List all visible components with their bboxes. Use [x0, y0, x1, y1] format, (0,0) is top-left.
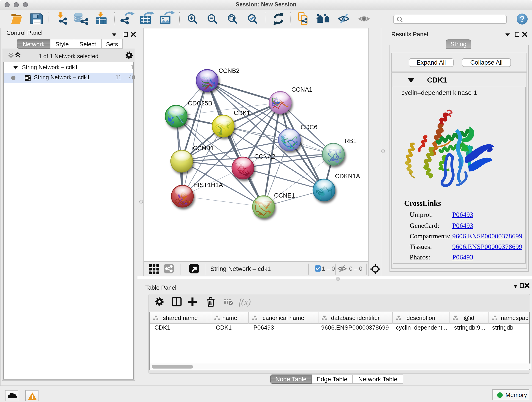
svg-text:RB1: RB1	[345, 138, 357, 144]
svg-text:0 – 0: 0 – 0	[349, 265, 362, 272]
svg-text:CCNB1: CCNB1	[193, 145, 214, 152]
svg-text:CCNA2: CCNA2	[254, 153, 275, 160]
svg-text:CDK1: CDK1	[234, 109, 250, 116]
svg-text:CCNE1: CCNE1	[274, 192, 295, 199]
svg-text:CDKN1A: CDKN1A	[335, 173, 360, 180]
svg-text:?: ?	[520, 14, 525, 24]
svg-text:HIST1H1A: HIST1H1A	[193, 182, 223, 188]
svg-text:CDC6: CDC6	[301, 124, 317, 131]
svg-text:CDC25B: CDC25B	[188, 100, 212, 107]
svg-text:CCNB2: CCNB2	[219, 67, 240, 74]
svg-text:f(x): f(x)	[239, 297, 251, 307]
svg-text:1 – 0: 1 – 0	[322, 265, 335, 272]
svg-text:CCNA1: CCNA1	[291, 86, 312, 93]
